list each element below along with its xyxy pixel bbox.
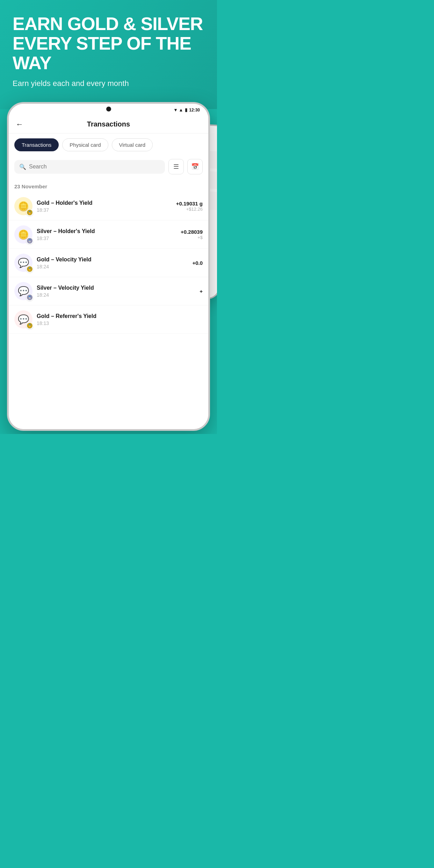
tx-primary-amount: +0.19031 g [176, 201, 203, 207]
transaction-list: 🪙 🏅 Gold – Holder's Yield 18:37 +0.19031… [9, 192, 208, 334]
tx-icon-silver-holders: 🪙 🥈 [14, 225, 32, 244]
tx-badge: 🥈 [26, 294, 33, 301]
tx-info: Gold – Velocity Yield 18:24 [37, 256, 188, 269]
status-icons: ▾ ▲ ▮ 12:30 [174, 107, 200, 113]
tx-primary-amount: +0.28039 [181, 229, 203, 235]
filter-button[interactable]: ☰ [168, 159, 184, 174]
tx-name: Gold – Referrer's Yield [37, 313, 198, 319]
tx-badge: 🏅 [26, 266, 33, 273]
tx-badge: 🏅 [26, 209, 33, 216]
table-row: 💬 🥈 Silver – Velocity Yield 18:24 + [9, 277, 208, 305]
search-input[interactable] [29, 164, 160, 170]
tx-time: 18:24 [37, 264, 188, 269]
calendar-icon: 📅 [191, 163, 199, 171]
tx-amounts: +0.0 [192, 260, 203, 266]
medal-icon: 🏅 [27, 210, 32, 215]
tabs-row: Transactions Physical card Virtual card [9, 133, 208, 156]
tx-badge: 🥈 [26, 237, 33, 244]
main-phone: ▾ ▲ ▮ 12:30 ← Transactions Transactions … [7, 102, 210, 431]
hero-section: EARN GOLD & SILVER EVERY STEP OF THE WAY… [0, 0, 217, 109]
wifi-icon: ▾ [174, 107, 177, 113]
page-title: Transactions [87, 120, 130, 128]
tx-info: Gold – Holder's Yield 18:37 [37, 200, 172, 213]
tab-transactions[interactable]: Transactions [14, 138, 59, 151]
phone-wrapper: K ₿ Bit BTC Ξ Ethere ETH [0, 102, 217, 431]
calendar-button[interactable]: 📅 [187, 159, 203, 174]
hero-title: EARN GOLD & SILVER EVERY STEP OF THE WAY [13, 14, 204, 73]
date-header: 23 November [9, 179, 208, 192]
signal-icon: ▲ [179, 107, 183, 113]
tx-icon-silver-velocity: 💬 🥈 [14, 282, 32, 300]
tx-name: Gold – Holder's Yield [37, 200, 172, 206]
tx-secondary-amount: +$12.26 [176, 207, 203, 212]
silver-badge-icon: 🥈 [27, 295, 32, 300]
tx-amounts: +0.28039 +$ [181, 229, 203, 240]
table-row: 🪙 🥈 Silver – Holder's Yield 18:37 +0.280… [9, 220, 208, 249]
tx-name: Gold – Velocity Yield [37, 256, 188, 263]
tx-icon-gold-holders: 🪙 🏅 [14, 197, 32, 215]
camera-notch [106, 107, 111, 111]
filter-icon: ☰ [173, 163, 179, 171]
table-row: 💬 🏅 Gold – Referrer's Yield 18:13 [9, 305, 208, 334]
tx-icon-gold-referrer: 💬 🏅 [14, 310, 32, 328]
table-row: 💬 🏅 Gold – Velocity Yield 18:24 +0.0 [9, 249, 208, 277]
app-header: ← Transactions [9, 115, 208, 133]
camera-notch-wrap [106, 107, 111, 111]
search-icon: 🔍 [19, 164, 26, 170]
silver-medal-icon: 🥈 [27, 238, 32, 244]
tx-badge: 🏅 [26, 322, 33, 329]
search-input-wrap[interactable]: 🔍 [14, 160, 165, 174]
tx-icon-gold-velocity: 💬 🏅 [14, 254, 32, 272]
app-content: ← Transactions Transactions Physical car… [9, 115, 208, 429]
search-row: 🔍 ☰ 📅 [9, 156, 208, 179]
tx-primary-amount: + [200, 288, 203, 294]
tx-name: Silver – Velocity Yield [37, 285, 195, 291]
tx-name: Silver – Holder's Yield [37, 228, 176, 234]
tx-info: Silver – Holder's Yield 18:37 [37, 228, 176, 241]
tx-time: 18:13 [37, 320, 198, 326]
table-row: 🪙 🏅 Gold – Holder's Yield 18:37 +0.19031… [9, 192, 208, 220]
phone-relative: K ₿ Bit BTC Ξ Ethere ETH [7, 102, 210, 431]
badge-icon: 🏅 [27, 266, 32, 272]
tx-secondary-amount: +$ [181, 235, 203, 240]
tx-time: 18:24 [37, 292, 195, 298]
status-bar: ▾ ▲ ▮ 12:30 [9, 104, 208, 115]
tx-info: Silver – Velocity Yield 18:24 [37, 285, 195, 298]
tx-primary-amount: +0.0 [192, 260, 203, 266]
tx-time: 18:37 [37, 236, 176, 241]
status-time: 12:30 [189, 108, 200, 113]
battery-icon: ▮ [185, 107, 187, 113]
tx-time: 18:37 [37, 207, 172, 213]
tx-amounts: +0.19031 g +$12.26 [176, 201, 203, 212]
back-button[interactable]: ← [16, 120, 23, 129]
referrer-badge-icon: 🏅 [27, 323, 32, 328]
hero-subtitle: Earn yields each and every month [13, 79, 204, 88]
tx-amounts: + [200, 288, 203, 294]
tab-physical-card[interactable]: Physical card [62, 138, 108, 151]
tab-virtual-card[interactable]: Virtual card [112, 138, 153, 151]
tx-info: Gold – Referrer's Yield 18:13 [37, 313, 198, 326]
